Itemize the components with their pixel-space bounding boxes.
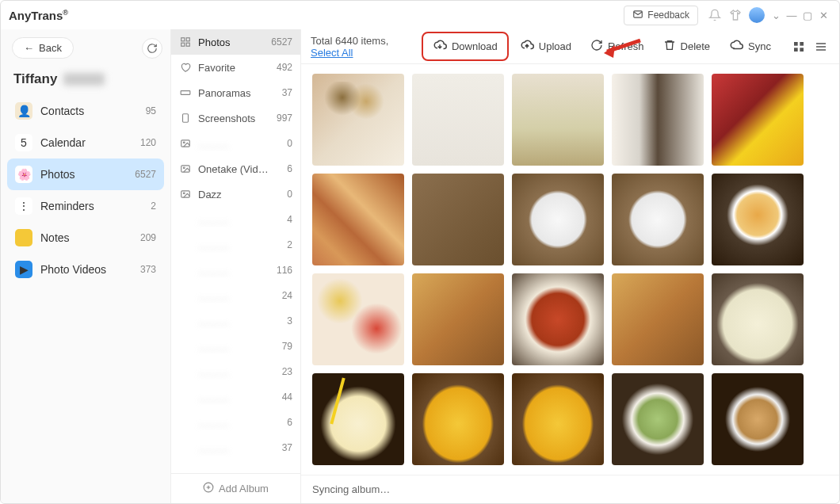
cloud-upload-icon	[520, 38, 534, 55]
nav-item-reminders[interactable]: ⋮ Reminders 2	[7, 190, 164, 222]
album-item[interactable]: ……… 0	[171, 131, 300, 156]
photo-thumbnail[interactable]	[312, 74, 404, 166]
album-item[interactable]: ……… 6	[171, 410, 300, 435]
total-items-text: Total 6440 items, Select All	[311, 35, 415, 59]
photo-thumbnail[interactable]	[512, 273, 604, 365]
photo-thumbnail[interactable]	[412, 74, 504, 166]
photo-thumbnail[interactable]	[712, 373, 804, 465]
list-view-button[interactable]	[812, 38, 830, 55]
album-item[interactable]: ……… 23	[171, 359, 300, 384]
album-count: 0	[287, 189, 292, 200]
nav-icon	[15, 229, 32, 246]
add-album-button[interactable]: Add Album	[171, 473, 300, 503]
album-item[interactable]: ……… 24	[171, 283, 300, 308]
album-count: 997	[277, 113, 292, 124]
album-item[interactable]: ……… 37	[171, 435, 300, 460]
album-item[interactable]: ……… 2	[171, 232, 300, 258]
photo-thumbnail[interactable]	[312, 373, 404, 465]
album-icon	[179, 365, 192, 378]
user-name: Tiffany	[13, 71, 57, 87]
photo-thumbnail[interactable]	[612, 273, 704, 365]
album-item[interactable]: ……… 79	[171, 334, 300, 359]
album-label: ………	[198, 341, 229, 353]
content-area: Total 6440 items, Select All Download Up…	[301, 29, 839, 503]
minimize-button[interactable]: —	[786, 10, 797, 21]
back-label: Back	[39, 42, 62, 54]
album-item[interactable]: ……… 4	[171, 207, 300, 232]
photo-thumbnail[interactable]	[712, 273, 804, 365]
photo-thumbnail[interactable]	[612, 373, 704, 465]
download-button[interactable]: Download	[422, 32, 509, 61]
nav-item-calendar[interactable]: 5 Calendar 120	[7, 127, 164, 158]
refresh-icon	[590, 39, 603, 54]
titlebar: AnyTrans® Feedback ⌄ — ▢ ✕	[1, 1, 839, 29]
album-count: 44	[282, 391, 292, 403]
maximize-button[interactable]: ▢	[802, 10, 813, 21]
nav-item-notes[interactable]: Notes 209	[7, 222, 164, 254]
feedback-button[interactable]: Feedback	[624, 6, 698, 25]
status-bar: Syncing album…	[301, 475, 839, 503]
nav-item-photo-videos[interactable]: ▶ Photo Videos 373	[7, 254, 164, 285]
close-button[interactable]: ✕	[818, 10, 829, 21]
album-icon	[179, 36, 192, 48]
bell-icon[interactable]	[708, 8, 722, 22]
photo-thumbnail[interactable]	[412, 373, 504, 465]
nav-icon: 5	[15, 134, 32, 151]
album-item[interactable]: ……… 3	[171, 308, 300, 334]
svg-rect-17	[800, 48, 804, 52]
nav-count: 2	[151, 200, 156, 212]
photo-thumbnail[interactable]	[612, 74, 704, 166]
album-label: Favorite	[198, 62, 235, 74]
album-item[interactable]: ……… 44	[171, 384, 300, 410]
photo-thumbnail[interactable]	[412, 273, 504, 365]
nav-icon: ⋮	[15, 197, 32, 215]
photo-thumbnail[interactable]	[512, 74, 604, 166]
nav-item-photos[interactable]: 🌸 Photos 6527	[7, 158, 164, 190]
user-row: Tiffany	[1, 67, 170, 95]
delete-button[interactable]: Delete	[655, 35, 719, 58]
photo-thumbnail[interactable]	[512, 373, 604, 465]
album-icon	[179, 86, 192, 99]
album-icon	[179, 391, 192, 403]
nav-label: Notes	[40, 231, 70, 244]
nav-item-contacts[interactable]: 👤 Contacts 95	[7, 95, 164, 127]
album-label: ………	[198, 442, 229, 454]
album-count: 0	[287, 138, 292, 149]
photo-thumbnail[interactable]	[512, 174, 604, 265]
photo-thumbnail[interactable]	[412, 174, 504, 265]
album-item[interactable]: Dazz 0	[171, 181, 300, 207]
album-item[interactable]: Photos 6527	[171, 29, 300, 55]
download-label: Download	[452, 40, 498, 52]
album-label: Dazz	[198, 189, 222, 200]
album-item[interactable]: Panoramas 37	[171, 80, 300, 105]
shirt-icon[interactable]	[728, 8, 743, 22]
chevron-down-icon[interactable]: ⌄	[770, 10, 781, 21]
album-icon	[179, 416, 192, 429]
album-item[interactable]: Onetake (Vid… 6	[171, 156, 300, 181]
album-icon	[179, 340, 192, 353]
album-count: 37	[282, 87, 292, 98]
delete-label: Delete	[681, 40, 711, 52]
svg-rect-3	[181, 43, 185, 46]
sync-button[interactable]: Sync	[721, 34, 779, 59]
trash-icon	[663, 39, 676, 54]
select-all-link[interactable]: Select All	[311, 47, 353, 59]
photo-thumbnail[interactable]	[612, 174, 704, 265]
photo-thumbnail[interactable]	[312, 174, 404, 265]
avatar[interactable]	[749, 7, 765, 23]
photo-thumbnail[interactable]	[712, 74, 804, 166]
album-label: ………	[198, 138, 229, 150]
album-item[interactable]: ……… 116	[171, 258, 300, 283]
refresh-button[interactable]: Refresh	[582, 35, 652, 58]
album-item[interactable]: Favorite 492	[171, 55, 300, 80]
back-button[interactable]: ← Back	[12, 37, 74, 59]
refresh-icon-button[interactable]	[142, 38, 162, 59]
photo-thumbnail[interactable]	[712, 174, 804, 265]
album-item[interactable]: Screenshots 997	[171, 105, 300, 131]
svg-rect-6	[183, 114, 189, 123]
upload-button[interactable]: Upload	[512, 34, 579, 59]
album-count: 492	[277, 62, 292, 73]
grid-view-button[interactable]	[790, 38, 808, 55]
photo-thumbnail[interactable]	[312, 273, 404, 365]
cloud-download-icon	[433, 38, 447, 55]
